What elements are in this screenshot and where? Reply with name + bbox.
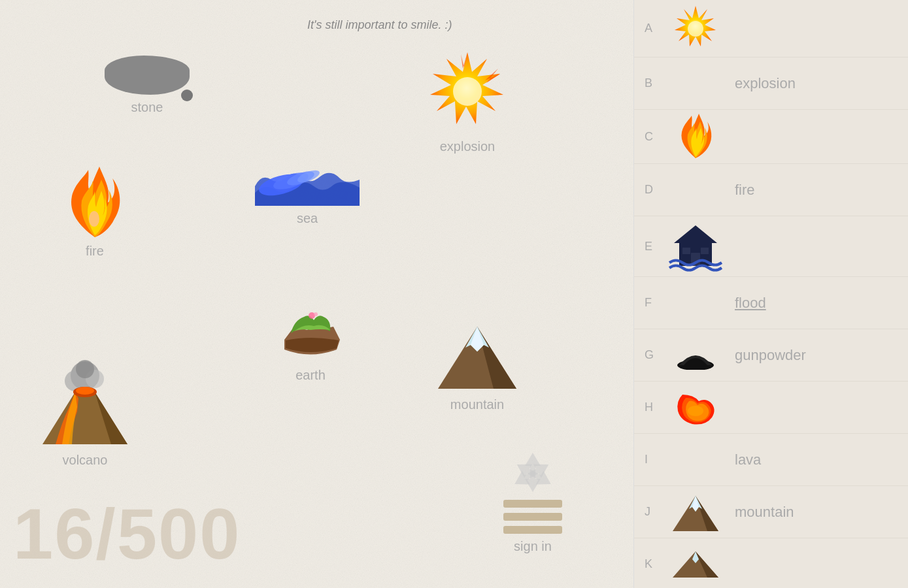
sidebar-mountain-partial-icon-area [663,551,728,578]
sidebar-lava-icon-area [663,388,728,427]
signin-label: sign in [514,539,552,554]
sidebar-row-g[interactable]: G gunpowder [634,329,908,382]
stone-item[interactable]: stone [105,56,190,115]
sea-item[interactable]: sea [255,167,360,226]
sidebar-flood-icon [666,220,725,272]
svg-point-5 [453,77,482,106]
fire-icon [65,167,124,238]
sea-label: sea [297,211,318,226]
earth-icon [271,297,350,363]
svg-point-0 [89,211,99,227]
sidebar-row-k[interactable]: K [634,538,908,588]
sea-icon [255,167,360,206]
sidebar-gunpowder-icon-area [663,340,728,370]
fire-item[interactable]: fire [65,167,124,259]
sidebar-letter-f: F [645,296,663,310]
sidebar-row-j[interactable]: J mountain [634,486,908,538]
sidebar-letter-e: E [645,240,663,253]
sidebar-row-f[interactable]: F flood [634,277,908,329]
volcano-item[interactable]: volcano [39,356,131,468]
sidebar-letter-a: A [645,22,663,35]
sidebar-row-d[interactable]: D fire [634,164,908,216]
svg-point-7 [314,312,318,316]
earth-label: earth [295,368,326,383]
sidebar-letter-j: J [645,505,663,519]
sidebar-letter-h: H [645,400,663,414]
signin-lines-icon [503,500,562,534]
sidebar-lava-label-i: lava [735,451,761,468]
sidebar-mountain-icon-area [663,491,728,533]
svg-point-14 [688,21,703,37]
sidebar-explosion-icon-area [663,4,728,53]
volcano-label: volcano [63,453,108,468]
stone-label: stone [131,100,163,115]
sidebar-row-h[interactable]: H [634,382,908,434]
sidebar-letter-b: B [645,76,663,90]
sidebar-flood-label-f: flood [735,295,766,312]
sidebar-mountain-label-j: mountain [735,504,794,521]
volcano-icon [39,356,131,448]
svg-rect-17 [682,248,690,254]
svg-rect-18 [701,248,709,254]
sidebar-letter-d: D [645,183,663,197]
tagline: It's still important to smile. :) [307,18,452,32]
sidebar-row-a[interactable]: A [634,0,908,57]
sidebar-explosion-label-b: explosion [735,75,796,92]
sidebar-mountain-partial-icon [669,551,722,578]
sidebar-row-c[interactable]: C [634,110,908,164]
sidebar-gunpowder-label: gunpowder [735,347,806,364]
progress-counter: 16/500 [13,492,241,575]
sidebar-letter-i: I [645,453,663,466]
mountain-label: mountain [450,397,504,412]
sidebar-fire-label-d: fire [735,182,755,199]
explosion-label: explosion [440,139,496,154]
recycle-icon [507,448,559,500]
sidebar-gunpowder-icon [676,340,715,370]
sidebar-mountain-icon [669,491,722,533]
explosion-icon [425,49,510,134]
sidebar-letter-k: K [645,557,663,571]
sidebar-letter-c: C [645,130,663,144]
sidebar-lava-icon [673,388,718,427]
svg-point-11 [76,360,94,378]
sidebar-explosion-icon [671,4,720,53]
sidebar-fire-icon [678,114,714,159]
sidebar-letter-g: G [645,348,663,362]
fire-label: fire [86,244,104,259]
sidebar-row-b[interactable]: B explosion [634,57,908,110]
sidebar-row-e[interactable]: E [634,216,908,277]
mountain-icon [431,320,523,392]
svg-point-13 [76,387,94,395]
svg-point-20 [688,406,703,416]
earth-item[interactable]: earth [271,297,350,383]
sidebar-fire-icon-area [663,114,728,159]
explosion-item[interactable]: explosion [425,49,510,154]
sidebar: A B explosion C [633,0,908,588]
sidebar-row-i[interactable]: I lava [634,434,908,486]
stone-icon [105,56,190,95]
main-area: It's still important to smile. :) stone [0,0,634,588]
sidebar-flood-icon-area [663,220,728,272]
mountain-item[interactable]: mountain [431,320,523,412]
signin-item[interactable]: sign in [503,448,562,554]
